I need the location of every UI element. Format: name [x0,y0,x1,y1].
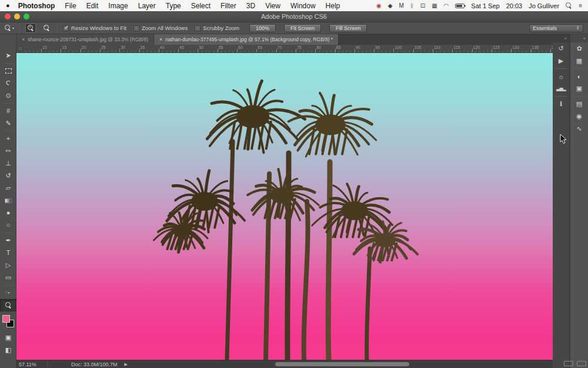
lasso-tool[interactable]: Ϛ [0,77,16,89]
app-m-icon[interactable]: M [399,0,403,11]
menu-select[interactable]: Select [191,2,211,10]
foreground-color-swatch[interactable] [2,315,10,323]
zoom-window-button[interactable] [24,14,29,19]
ruler-tick [511,49,512,52]
rectangle-tool[interactable]: ▭ [0,271,16,284]
workspace-arrow-icon: ⇕ [576,25,580,31]
fit-screen-button[interactable]: Fit Screen [284,24,321,32]
window-title-bar[interactable]: Adobe Photoshop CS6 [0,11,588,22]
info-panel-icon[interactable]: ℹ [553,98,569,110]
quick-mask-button[interactable]: ▣ [0,331,16,344]
spot-healing-brush-tool[interactable]: + [0,132,16,145]
styles-panel-icon[interactable]: ▣ [570,82,588,95]
menu-view[interactable]: View [265,2,280,10]
zoom-out-button[interactable]: − [41,24,52,33]
type-tool[interactable]: T [0,247,16,259]
fill-screen-button[interactable]: Fill Screen [329,24,368,32]
separator [57,24,58,32]
panel-dock-column-right: «✿▦◐▣▤◉∿ [570,34,588,368]
screen-recording-icon[interactable]: ◉ [376,0,382,11]
zoom-level-field[interactable]: 57.11% [16,362,47,367]
dock-corner-box[interactable] [564,361,573,366]
actions-panel-icon[interactable]: ▶ [553,55,569,67]
brush-tool[interactable]: ✏ [0,145,16,157]
menu-layer[interactable]: Layer [138,2,156,10]
ruler-tick [218,49,218,52]
close-tab-icon[interactable]: × [22,37,25,42]
ruler-tick [374,49,375,52]
dock-group-separator [554,68,567,69]
document-canvas[interactable] [16,53,553,360]
notification-center-icon[interactable]: ≡ [579,0,582,11]
menu-3d[interactable]: 3D [246,2,255,10]
adjustments-panel-icon[interactable]: ☼ [553,70,569,82]
gradient-tool[interactable] [0,194,16,207]
eyedropper-tool[interactable]: ✎ [0,117,16,130]
menu-filter[interactable]: Filter [220,2,236,10]
color-panel-icon[interactable]: ✿ [570,42,588,55]
close-tab-icon[interactable]: × [159,37,162,42]
channels-panel-icon[interactable]: ◉ [570,110,588,122]
screen-mode-button[interactable]: ◧ [0,344,16,356]
ruler-label: 15 [62,45,66,49]
clone-stamp-tool[interactable]: ⊥ [0,157,16,170]
pen-tool[interactable]: ✒ [0,234,16,247]
dock-expand-arrow[interactable]: « [570,34,588,42]
airplay-display-icon[interactable]: ⊡ [420,0,425,11]
history-panel-icon[interactable]: ↺ [553,42,569,55]
layers-panel-icon[interactable]: ▤ [570,98,588,110]
blur-tool[interactable]: ● [0,207,16,219]
dodge-tool[interactable]: ○ [0,219,16,231]
history-brush-tool[interactable]: ↺ [0,170,16,182]
bluetooth-icon[interactable]: ᛒ [410,0,414,11]
menu-image[interactable]: Image [108,2,128,10]
move-tool[interactable]: ➤ [0,49,16,62]
minimize-window-button[interactable] [14,14,20,19]
spotlight-search-icon[interactable] [566,2,572,9]
paths-panel-icon[interactable]: ∿ [570,122,588,135]
tool-options-bar: ▾ + − ✓Resize Windows to FitZoom All Win… [0,22,588,34]
ruler-label: 115 [453,45,460,49]
checkbox-scrubby-zoom[interactable]: Scrubby Zoom [195,25,239,31]
menu-edit[interactable]: Edit [86,2,99,10]
100--button[interactable]: 100% [249,24,276,32]
menu-file[interactable]: File [65,2,76,10]
workspace-switcher[interactable]: Essentials ⇕ [529,24,583,32]
menu-type[interactable]: Type [166,2,181,10]
ruler-tick [159,49,159,52]
path-selection-tool[interactable]: ▷ [0,259,16,271]
menu-user-name[interactable]: Jo Gulliver [529,2,559,9]
status-expand-arrow[interactable]: ▶ [125,362,128,367]
dock-corner-box[interactable] [577,361,586,366]
document-tab-active[interactable]: ×nathan-dumlao-377495-unsplash.jpg @ 57.… [154,34,339,45]
menu-help[interactable]: Help [326,2,340,10]
wifi-icon[interactable]: ◠ [444,0,449,11]
swatches-panel-icon[interactable]: ▦ [570,55,588,67]
quick-selection-tool[interactable]: ⊙ [0,89,16,102]
shield-icon[interactable]: ◆ [388,0,393,11]
eraser-tool[interactable]: ▱ [0,182,16,194]
blur-tool-icon: ● [6,210,11,216]
ruler-label: 95 [375,45,380,49]
checkbox-resize-windows-to-fit[interactable]: ✓Resize Windows to Fit [63,25,126,31]
zoom-in-button[interactable]: + [25,24,36,33]
checkbox-label: Resize Windows to Fit [71,25,126,31]
menu-window[interactable]: Window [290,2,316,10]
document-tab[interactable]: ×shane-rounce-209731-unsplash.jpg @ 33.3… [16,34,154,45]
panel-dock-column-left: «↺▶☼▃▅▂ℹ [553,34,570,368]
checkbox-zoom-all-windows[interactable]: Zoom All Windows [133,25,188,31]
close-window-button[interactable] [5,14,11,19]
current-tool-icon[interactable]: ▾ [5,25,14,31]
histogram-panel-icon[interactable]: ▃▅▂ [553,82,569,95]
crop-tool[interactable]: # [0,105,16,117]
adjustments2-panel-icon[interactable]: ◐ [570,70,588,82]
dock-expand-arrow[interactable]: « [553,34,569,42]
hand-tool[interactable]: ☞ [0,287,16,299]
horizontal-scrollbar-thumb[interactable] [275,362,409,366]
zoom-tool[interactable] [0,299,16,311]
rectangular-marquee-tool[interactable] [0,65,16,77]
battery-icon[interactable] [455,4,465,8]
apple-menu-icon[interactable]: ● [6,0,10,11]
input-source-icon[interactable]: ▦ [432,0,437,11]
menu-photoshop[interactable]: Photoshop [18,2,55,10]
